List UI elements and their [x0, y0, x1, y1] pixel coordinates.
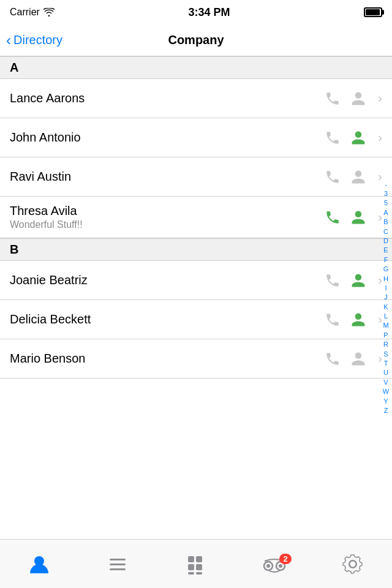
person-icon[interactable] [350, 350, 367, 368]
phone-icon[interactable] [324, 311, 341, 328]
tab-settings[interactable] [314, 540, 392, 588]
contact-name: John Antonio [10, 130, 324, 145]
alpha-L[interactable]: L [380, 312, 391, 321]
back-button[interactable]: ‹ Directory [6, 32, 62, 49]
phone-icon[interactable] [324, 209, 341, 226]
alpha-I[interactable]: I [380, 284, 391, 293]
contact-name: Thresa Avila [10, 204, 324, 218]
carrier-label: Carrier [10, 7, 55, 18]
alpha-T[interactable]: T [380, 359, 391, 368]
svg-rect-3 [110, 568, 126, 570]
tab-grid[interactable] [157, 540, 235, 588]
alpha-F[interactable]: F [380, 255, 391, 265]
contact-info: Thresa AvilaWonderful Stuff!! [10, 204, 324, 230]
contact-item[interactable]: Joanie Beatriz › [0, 261, 392, 300]
alpha-B[interactable]: B [380, 217, 391, 227]
phone-icon[interactable] [324, 129, 341, 146]
alpha-M[interactable]: M [380, 321, 391, 330]
contact-actions: › [324, 168, 382, 186]
contact-actions: › [324, 209, 382, 226]
person-icon[interactable] [350, 129, 367, 146]
section-header-B: B [0, 238, 392, 261]
person-icon[interactable] [350, 311, 367, 328]
tab-voicemail[interactable]: 2 [235, 540, 314, 588]
contact-name: Delicia Beckett [10, 312, 324, 326]
contacts-icon [28, 552, 51, 576]
contact-item[interactable]: John Antonio › [0, 118, 392, 157]
contact-info: Ravi Austin [10, 170, 324, 184]
battery-indicator [364, 7, 382, 17]
alpha-S[interactable]: S [380, 350, 391, 359]
list-icon [106, 552, 129, 576]
svg-rect-8 [188, 572, 194, 575]
alpha-Y[interactable]: Y [380, 397, 391, 406]
alphabet-index[interactable]: -35ABCDEFGHIJKLMPRSTUVWYZ [380, 56, 392, 539]
alpha-U[interactable]: U [380, 368, 391, 377]
section-header-A: A [0, 56, 392, 79]
svg-rect-6 [188, 564, 194, 570]
contact-actions: › [324, 90, 382, 107]
contact-subtitle: Wonderful Stuff!! [10, 219, 324, 230]
phone-icon[interactable] [324, 272, 341, 289]
contact-name: Lance Aarons [10, 91, 324, 105]
contact-item[interactable]: Thresa AvilaWonderful Stuff!! › [0, 197, 392, 238]
contact-item[interactable]: Lance Aarons › [0, 79, 392, 118]
svg-point-13 [279, 564, 282, 568]
alpha-Z[interactable]: Z [380, 406, 391, 415]
contact-info: Mario Benson [10, 352, 324, 366]
phone-icon[interactable] [324, 168, 341, 186]
contact-item[interactable]: Ravi Austin › [0, 157, 392, 197]
contact-info: Joanie Beatriz [10, 273, 324, 287]
svg-rect-9 [196, 572, 202, 575]
alpha--[interactable]: - [380, 180, 391, 189]
tab-list[interactable] [78, 540, 157, 588]
svg-rect-2 [110, 564, 126, 565]
alpha-E[interactable]: E [380, 246, 391, 255]
status-time: 3:34 PM [188, 6, 230, 19]
contact-info: John Antonio [10, 130, 324, 145]
person-icon[interactable] [350, 168, 367, 186]
contact-actions: › [324, 129, 382, 146]
contact-name: Ravi Austin [10, 170, 324, 184]
tab-contacts[interactable] [0, 540, 78, 588]
alpha-5[interactable]: 5 [380, 198, 391, 208]
alpha-A[interactable]: A [380, 208, 391, 217]
settings-icon [341, 552, 365, 576]
contact-list: ALance Aarons ›John Antonio ›Ravi Austin… [0, 56, 392, 539]
person-icon[interactable] [350, 209, 367, 226]
alpha-3[interactable]: 3 [380, 189, 391, 198]
person-icon[interactable] [350, 90, 367, 107]
phone-icon[interactable] [324, 350, 341, 368]
alpha-V[interactable]: V [380, 378, 391, 387]
alpha-D[interactable]: D [380, 236, 391, 246]
contact-name: Mario Benson [10, 352, 324, 366]
wifi-icon [43, 8, 55, 17]
svg-rect-7 [196, 564, 202, 570]
contact-info: Delicia Beckett [10, 312, 324, 326]
phone-icon[interactable] [324, 90, 341, 107]
tab-bar: 2 [0, 539, 392, 588]
contact-actions: › [324, 311, 382, 328]
svg-point-11 [266, 564, 270, 568]
back-chevron-icon: ‹ [6, 32, 11, 49]
contact-item[interactable]: Mario Benson › [0, 339, 392, 379]
alpha-C[interactable]: C [380, 227, 391, 236]
person-icon[interactable] [350, 272, 367, 289]
alpha-K[interactable]: K [380, 303, 391, 312]
contact-item[interactable]: Delicia Beckett › [0, 300, 392, 339]
alpha-R[interactable]: R [380, 340, 391, 349]
alpha-W[interactable]: W [380, 387, 391, 396]
back-label: Directory [13, 33, 62, 47]
grid-icon [184, 552, 208, 576]
contact-actions: › [324, 272, 382, 289]
svg-rect-5 [196, 556, 202, 562]
svg-rect-1 [110, 559, 126, 560]
contact-actions: › [324, 350, 382, 368]
alpha-P[interactable]: P [380, 331, 391, 340]
nav-bar: ‹ Directory Company [0, 24, 392, 56]
alpha-G[interactable]: G [380, 265, 391, 274]
alpha-H[interactable]: H [380, 274, 391, 284]
status-bar: Carrier 3:34 PM [0, 0, 392, 24]
svg-rect-4 [188, 556, 194, 562]
alpha-J[interactable]: J [380, 293, 391, 302]
